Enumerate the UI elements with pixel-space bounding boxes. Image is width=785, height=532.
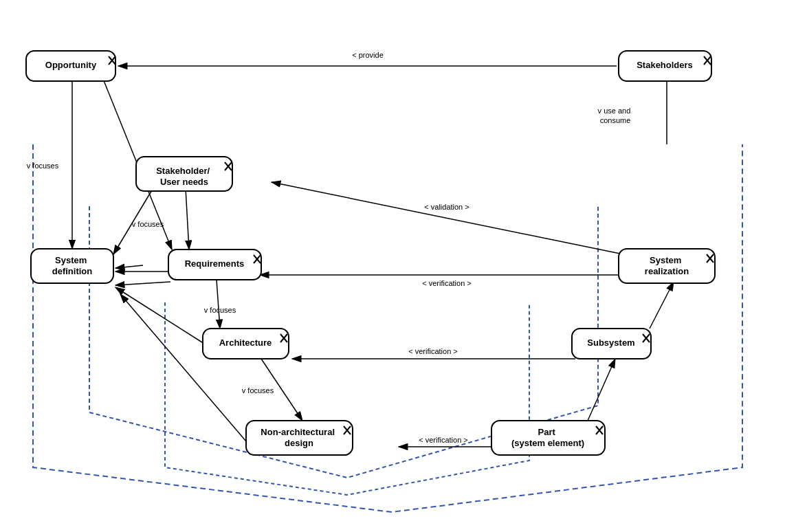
focuses4-label: v focuses	[242, 386, 274, 395]
system-realization-node: System realization	[619, 249, 715, 283]
stakeholders-node: Stakeholders	[619, 51, 711, 81]
verification3-label: < verification >	[419, 436, 468, 444]
svg-line-9	[186, 188, 189, 250]
opportunity-node: Opportunity	[26, 51, 115, 81]
system-definition-node: System definition	[31, 249, 113, 283]
svg-line-14	[115, 282, 170, 285]
part-node: Part (system element)	[491, 421, 605, 455]
non-arch-design-node: Non-architectural design	[246, 421, 353, 455]
opportunity-label: Opportunity	[45, 60, 97, 70]
focuses3-label: v focuses	[204, 306, 236, 314]
system-realization-label: System realization	[645, 255, 689, 276]
use-consume-label: v use and consume	[598, 107, 633, 124]
stakeholder-needs-label: Stakeholder/ User needs	[156, 166, 212, 187]
subsystem-node: Subsystem	[572, 329, 651, 359]
provide-label: < provide	[352, 51, 384, 59]
focuses1-label: v focuses	[27, 162, 59, 170]
verification1-label: < verification >	[422, 279, 472, 287]
focuses2-label: v focuses	[132, 220, 164, 228]
svg-line-7	[115, 265, 143, 268]
system-definition-label: System definition	[52, 255, 93, 276]
subsystem-label: Subsystem	[587, 337, 634, 348]
svg-line-19	[120, 294, 246, 441]
svg-line-21	[588, 359, 615, 421]
stakeholders-label: Stakeholders	[637, 60, 693, 70]
architecture-label: Architecture	[219, 337, 272, 348]
svg-line-10	[272, 182, 623, 254]
requirements-node: Requirements	[168, 250, 261, 280]
requirements-label: Requirements	[185, 258, 245, 269]
svg-line-17	[650, 282, 674, 329]
stakeholder-needs-node: Stakeholder/ User needs	[136, 157, 232, 191]
svg-line-15	[115, 287, 210, 347]
validation-label: < validation >	[424, 203, 469, 211]
svg-line-13	[217, 280, 220, 329]
verification2-label: < verification >	[408, 347, 458, 355]
architecture-node: Architecture	[203, 329, 289, 359]
